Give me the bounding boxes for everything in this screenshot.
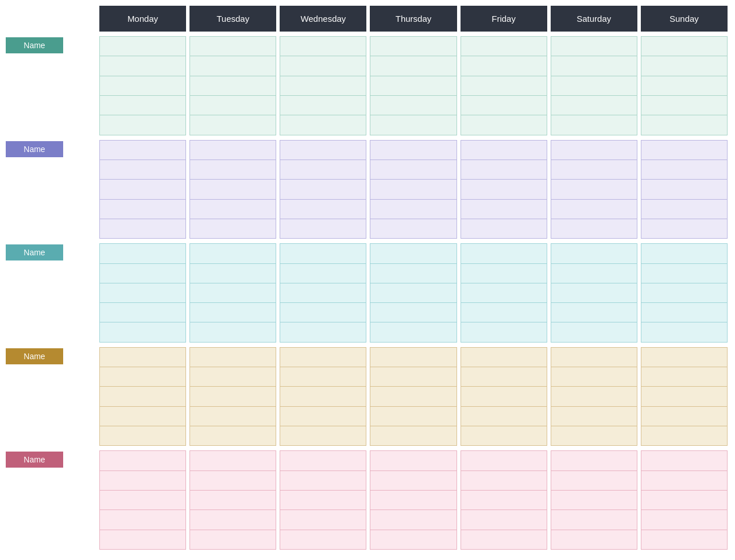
cell-2-wednesday[interactable] (280, 243, 366, 343)
row-label-1[interactable]: Name (6, 141, 63, 157)
cell-line-0-5-0 (551, 37, 637, 56)
cell-line-4-6-3 (641, 510, 727, 530)
cell-line-3-3-3 (370, 407, 456, 426)
cell-3-saturday[interactable] (551, 347, 637, 446)
row-label-container-1: Name (6, 140, 98, 239)
cell-line-4-6-1 (641, 471, 727, 491)
cell-1-wednesday[interactable] (280, 140, 366, 239)
cell-line-0-4-1 (461, 56, 547, 76)
cell-0-monday[interactable] (99, 36, 186, 135)
cell-line-4-4-0 (461, 451, 547, 470)
cell-line-0-2-2 (280, 76, 366, 96)
cell-4-wednesday[interactable] (280, 450, 366, 550)
cell-0-friday[interactable] (461, 36, 547, 135)
row-label-container-4: Name (6, 450, 98, 550)
cell-line-4-6-2 (641, 491, 727, 510)
cell-0-thursday[interactable] (370, 36, 457, 135)
cell-line-4-6-0 (641, 451, 727, 470)
cell-1-monday[interactable] (99, 140, 186, 239)
cell-line-1-3-1 (370, 160, 456, 180)
cell-1-saturday[interactable] (551, 140, 637, 239)
cell-line-0-3-0 (370, 37, 456, 56)
cell-line-2-6-1 (641, 264, 727, 283)
cell-line-1-5-1 (551, 160, 637, 180)
cell-line-3-0-3 (100, 407, 185, 426)
cell-line-1-1-0 (190, 141, 276, 160)
cell-line-3-5-2 (551, 387, 637, 406)
cell-line-1-1-3 (190, 200, 276, 219)
cell-0-wednesday[interactable] (280, 36, 366, 135)
cell-line-1-0-2 (100, 180, 185, 199)
cell-line-3-0-0 (100, 348, 185, 367)
cell-line-3-3-1 (370, 367, 456, 387)
cell-line-1-6-3 (641, 200, 727, 219)
cell-line-1-3-3 (370, 200, 456, 219)
cell-3-friday[interactable] (461, 347, 547, 446)
cell-line-1-0-3 (100, 200, 185, 219)
cell-3-tuesday[interactable] (189, 347, 276, 446)
cell-1-tuesday[interactable] (189, 140, 276, 239)
row-label-0[interactable]: Name (6, 37, 63, 53)
cell-line-0-5-2 (551, 76, 637, 96)
cell-0-sunday[interactable] (641, 36, 728, 135)
cell-2-tuesday[interactable] (189, 243, 276, 343)
cell-line-0-6-3 (641, 96, 727, 115)
row-label-4[interactable]: Name (6, 452, 63, 468)
cell-line-2-2-2 (280, 283, 366, 303)
cell-line-4-3-1 (370, 471, 456, 491)
cell-1-thursday[interactable] (370, 140, 457, 239)
cell-3-thursday[interactable] (370, 347, 457, 446)
cell-0-tuesday[interactable] (189, 36, 276, 135)
cell-line-2-4-3 (461, 303, 547, 322)
cell-line-3-4-1 (461, 367, 547, 387)
row-label-2[interactable]: Name (6, 244, 63, 260)
cell-line-2-5-3 (551, 303, 637, 322)
cell-2-monday[interactable] (99, 243, 186, 343)
cell-3-sunday[interactable] (641, 347, 728, 446)
cell-4-monday[interactable] (99, 450, 186, 550)
cell-1-sunday[interactable] (641, 140, 728, 239)
cell-line-2-5-0 (551, 244, 637, 263)
cell-3-wednesday[interactable] (280, 347, 366, 446)
schedule-row-4: Name (6, 450, 729, 550)
cell-4-thursday[interactable] (370, 450, 457, 550)
cell-line-2-1-0 (190, 244, 276, 263)
cell-4-saturday[interactable] (551, 450, 637, 550)
header-day-friday: Friday (461, 6, 547, 32)
cell-3-monday[interactable] (99, 347, 186, 446)
cell-4-tuesday[interactable] (189, 450, 276, 550)
cell-line-0-4-2 (461, 76, 547, 96)
cell-line-2-0-0 (100, 244, 185, 263)
cell-line-0-5-1 (551, 56, 637, 76)
row-cells-3 (98, 347, 729, 446)
cell-line-4-6-4 (641, 530, 727, 549)
cell-4-friday[interactable] (461, 450, 547, 550)
cell-line-1-1-1 (190, 160, 276, 180)
cell-line-1-2-1 (280, 160, 366, 180)
cell-line-0-4-4 (461, 115, 547, 134)
cell-4-sunday[interactable] (641, 450, 728, 550)
cell-0-saturday[interactable] (551, 36, 637, 135)
cell-line-1-3-4 (370, 219, 456, 238)
cell-1-friday[interactable] (461, 140, 547, 239)
cell-2-sunday[interactable] (641, 243, 728, 343)
cell-line-4-2-1 (280, 471, 366, 491)
row-label-3[interactable]: Name (6, 348, 63, 364)
cell-line-2-3-2 (370, 283, 456, 303)
cell-line-4-4-2 (461, 491, 547, 510)
cell-2-saturday[interactable] (551, 243, 637, 343)
header-day-tuesday: Tuesday (189, 6, 276, 32)
cell-line-4-2-0 (280, 451, 366, 470)
cell-line-2-6-0 (641, 244, 727, 263)
cell-2-thursday[interactable] (370, 243, 457, 343)
header-day-wednesday: Wednesday (280, 6, 366, 32)
cell-line-3-1-2 (190, 387, 276, 406)
cell-line-2-1-1 (190, 264, 276, 283)
cell-line-0-5-4 (551, 115, 637, 134)
cell-line-4-1-2 (190, 491, 276, 510)
cell-line-1-6-1 (641, 160, 727, 180)
cell-line-0-1-1 (190, 56, 276, 76)
cell-2-friday[interactable] (461, 243, 547, 343)
cell-line-2-0-2 (100, 283, 185, 303)
cell-line-2-6-2 (641, 283, 727, 303)
